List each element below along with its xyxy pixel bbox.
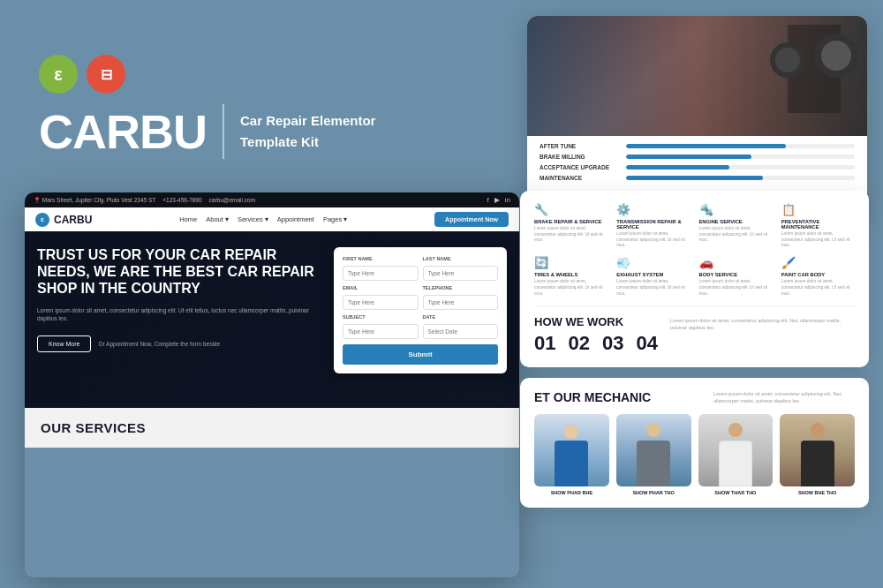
service-brake: 🔧 BRAKE REPAIR & SERVICE Lorem ipsum dol… — [534, 203, 608, 249]
nav-about[interactable]: About ▾ — [206, 215, 229, 223]
brand-area: CARBU Car Repair Elementor Template Kit — [39, 104, 375, 159]
services-bar: OUR SERVICES — [25, 408, 519, 448]
last-name-input[interactable] — [423, 266, 499, 281]
nav-logo-text: CARBU — [54, 214, 92, 226]
telephone-label: TELEPHONE — [423, 285, 499, 290]
maintenance-icon: 📋 — [781, 203, 855, 216]
services-grid: 🔧 BRAKE REPAIR & SERVICE Lorem ipsum dol… — [534, 203, 855, 297]
elementor-icon: ⊟ — [87, 55, 125, 94]
mechanic-4-name: SHOW BHE THO — [780, 490, 855, 495]
header-icons-row: ε ⊟ — [39, 55, 125, 94]
brand-subtitle: Car Repair Elementor Template Kit — [240, 110, 375, 153]
services-bar-title: OUR SERVICES — [41, 420, 503, 435]
preview-image — [527, 16, 867, 136]
topbar-location: 📍 Mars Street, Jupiter City, Pluto Vest … — [34, 197, 155, 204]
mechanics-title: ET OUR MECHANIC — [534, 390, 651, 404]
how-we-work-desc: Lorem ipsum dolor sit amet, consectetur … — [670, 315, 855, 332]
mechanic-1-name: SHOW PHAR BHE — [534, 490, 609, 495]
how-we-work: HOW WE WORK 01 02 03 04 Lorem ipsum dolo… — [534, 305, 855, 355]
service-exhaust: 💨 EXHAUST SYSTEM Lorem ipsum dolor sit a… — [616, 256, 690, 297]
service-transmission: ⚙️ TRANSMISSION REPAIR & SERVICE Lorem i… — [616, 203, 690, 249]
services-grid-card: 🔧 BRAKE REPAIR & SERVICE Lorem ipsum dol… — [520, 191, 869, 367]
service-maintenance: 📋 PREVENTATIVE MAINTENANCE Lorem ipsum d… — [781, 203, 855, 249]
email-input[interactable] — [343, 295, 419, 310]
website-preview: 📍 Mars Street, Jupiter City, Pluto Vest … — [25, 192, 519, 577]
telephone-input[interactable] — [423, 295, 499, 310]
envato-icon: ε — [39, 55, 78, 94]
date-label: DATE — [423, 314, 499, 320]
linkedin-icon: in — [505, 196, 510, 204]
first-name-input[interactable] — [343, 266, 419, 281]
mechanic-1: SHOW PHAR BHE — [534, 414, 609, 495]
service-paint: 🖌️ PAINT CAR BODY Lorem ipsum dolor sit … — [781, 256, 855, 297]
subject-label: SUBJECT — [343, 314, 419, 320]
date-input[interactable] — [423, 324, 499, 339]
step-4: 04 — [636, 332, 657, 355]
subject-input[interactable] — [343, 324, 419, 339]
step-3: 03 — [602, 332, 623, 355]
brand-logo: CARBU — [39, 108, 207, 155]
mechanics-card: ET OUR MECHANIC Lorem ipsum dolor sit am… — [520, 378, 869, 508]
topbar-email: carbu@email.com — [209, 197, 255, 203]
first-name-label: FIRST NAME — [343, 256, 419, 261]
nav-services[interactable]: Services ▾ — [238, 215, 268, 223]
mechanic-4: SHOW BHE THO — [780, 414, 855, 495]
youtube-icon: ▶ — [494, 196, 500, 204]
engine-icon: 🔩 — [699, 203, 773, 216]
nav-appointment[interactable]: Appointment — [277, 215, 314, 223]
body-icon: 🚗 — [699, 256, 773, 269]
mechanic-2-name: SHOW PHAR THO — [616, 490, 691, 495]
step-2: 02 — [568, 332, 589, 355]
steps-row: 01 02 03 04 — [534, 332, 658, 355]
hero-description: Lorem ipsum dolor sit amet, consectetur … — [37, 306, 321, 324]
last-name-label: LAST NAME — [423, 256, 499, 261]
mechanics-grid: SHOW PHAR BHE SHOW PHAR THO SH — [534, 414, 855, 495]
facebook-icon: f — [487, 196, 489, 204]
topbar-phone: +123-456-7890 — [162, 197, 201, 203]
preview-card-top-right: AFTER TUNE BRAKE MILLING ACCEPTANCE UPGR… — [527, 16, 867, 217]
paint-icon: 🖌️ — [781, 256, 855, 269]
nav-pages[interactable]: Pages ▾ — [323, 215, 347, 223]
site-topbar: 📍 Mars Street, Jupiter City, Pluto Vest … — [25, 192, 519, 207]
step-1: 01 — [534, 332, 555, 355]
hero-or-text: Or Appointment Now, Complete the form be… — [98, 341, 220, 347]
mechanics-desc: Lorem ipsum dolor sit amet, consectetur … — [713, 390, 855, 405]
right-preview-area: 🔧 BRAKE REPAIR & SERVICE Lorem ipsum dol… — [520, 191, 869, 508]
tires-icon: 🔄 — [534, 256, 608, 269]
service-body: 🚗 BODY SERVICE Lorem ipsum dolor sit ame… — [699, 256, 773, 297]
mechanic-2: SHOW PHAR THO — [616, 414, 691, 495]
nav-links[interactable]: Home About ▾ Services ▾ Appointment Page… — [179, 215, 347, 223]
email-label: EMAIL — [343, 285, 419, 290]
brake-icon: 🔧 — [534, 203, 608, 216]
hero-title: TRUST US FOR YOUR CAR REPAIR NEEDS, WE A… — [37, 247, 321, 298]
exhaust-icon: 💨 — [616, 256, 690, 269]
site-navbar: ε CARBU Home About ▾ Services ▾ Appointm… — [25, 207, 519, 231]
hero-left: TRUST US FOR YOUR CAR REPAIR NEEDS, WE A… — [37, 247, 321, 408]
how-we-work-title: HOW WE WORK — [534, 315, 658, 328]
progress-area: AFTER TUNE BRAKE MILLING ACCEPTANCE UPGR… — [527, 136, 867, 188]
mechanic-3-name: SHOW THAR THO — [698, 490, 774, 495]
nav-home[interactable]: Home — [179, 215, 197, 223]
know-more-button[interactable]: Know More — [37, 335, 91, 352]
site-hero: TRUST US FOR YOUR CAR REPAIR NEEDS, WE A… — [25, 231, 519, 408]
submit-button[interactable]: Submit — [343, 344, 498, 365]
nav-logo-icon: ε — [35, 213, 49, 227]
background: ε ⊟ CARBU Car Repair Elementor Template … — [0, 0, 883, 588]
appointment-form: FIRST NAME LAST NAME EMAIL — [334, 247, 507, 408]
transmission-icon: ⚙️ — [616, 203, 690, 216]
service-tires: 🔄 TIRES & WHEELS Lorem ipsum dolor sit a… — [534, 256, 608, 297]
service-engine: 🔩 ENGINE SERVICE Lorem ipsum dolor sit a… — [699, 203, 773, 249]
brand-divider — [223, 104, 224, 159]
mechanic-3: SHOW THAR THO — [698, 414, 774, 495]
nav-cta-button[interactable]: Appointment Now — [434, 212, 509, 227]
